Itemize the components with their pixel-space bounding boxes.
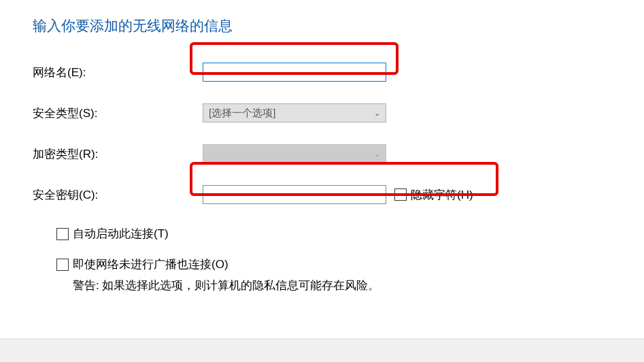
hide-chars-checkbox[interactable] (394, 188, 407, 201)
connect-no-broadcast-checkbox[interactable] (56, 259, 69, 271)
security-type-label: 安全类型(S): (33, 105, 203, 121)
security-type-selected: [选择一个选项] (209, 107, 275, 120)
chevron-down-icon: ⌄ (374, 150, 380, 159)
encryption-type-label: 加密类型(R): (33, 146, 203, 162)
auto-start-row: 自动启动此连接(T) (56, 226, 611, 242)
network-name-label: 网络名(E): (33, 65, 203, 80)
options-section: 自动启动此连接(T) 即使网络未进行广播也连接(O) 警告: 如果选择此选项，则… (56, 226, 611, 293)
encryption-type-row: 加密类型(R): ⌄ (33, 144, 611, 163)
hide-chars-label: 隐藏字符(H) (411, 187, 473, 203)
network-name-input[interactable] (203, 63, 386, 82)
security-key-label: 安全密钥(C): (33, 187, 203, 203)
bottom-bar (0, 338, 644, 362)
security-type-row: 安全类型(S): [选择一个选项] ⌄ (33, 103, 611, 122)
page-title: 输入你要添加的无线网络的信息 (33, 16, 611, 35)
broadcast-warning-text: 警告: 如果选择此选项，则计算机的隐私信息可能存在风险。 (73, 278, 611, 293)
security-key-row: 安全密钥(C): 隐藏字符(H) (33, 185, 611, 204)
hide-chars-container: 隐藏字符(H) (394, 187, 473, 203)
network-name-row: 网络名(E): (33, 63, 611, 82)
connect-no-broadcast-row: 即使网络未进行广播也连接(O) (56, 257, 611, 272)
auto-start-checkbox[interactable] (56, 228, 69, 240)
security-key-input[interactable] (203, 185, 386, 204)
encryption-type-select: ⌄ (203, 144, 386, 163)
auto-start-label: 自动启动此连接(T) (73, 226, 169, 242)
chevron-down-icon: ⌄ (374, 109, 380, 118)
connect-no-broadcast-label: 即使网络未进行广播也连接(O) (73, 257, 228, 272)
security-type-select[interactable]: [选择一个选项] ⌄ (203, 103, 386, 122)
